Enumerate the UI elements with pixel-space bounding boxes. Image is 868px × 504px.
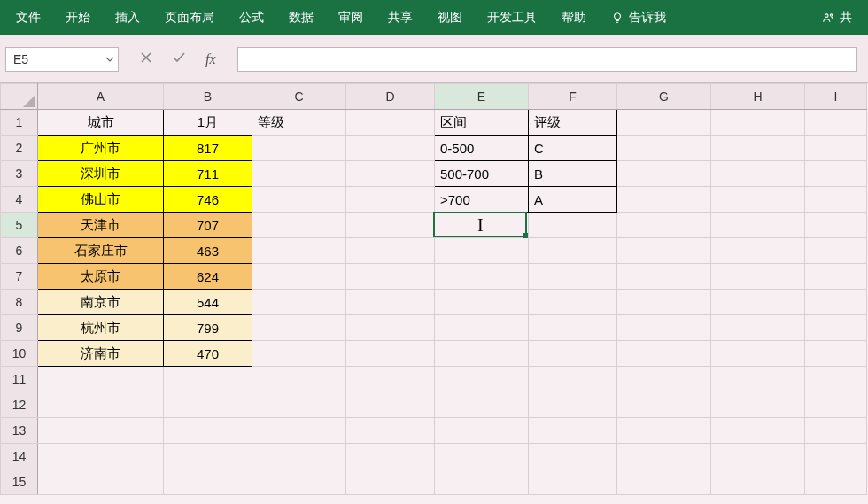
row-header-2[interactable]: 2 (1, 136, 38, 161)
cell-H7[interactable] (711, 264, 805, 290)
tab-file[interactable]: 文件 (4, 0, 53, 35)
cell-I10[interactable] (805, 341, 867, 367)
cell-F4[interactable]: A (529, 187, 617, 213)
cell-G13[interactable] (617, 418, 711, 444)
cell-C1[interactable]: 等级 (252, 110, 346, 136)
cell-E1[interactable]: 区间 (435, 110, 529, 136)
col-header-C[interactable]: C (252, 84, 346, 110)
cell-C4[interactable] (252, 187, 346, 213)
cell-F5[interactable] (529, 213, 617, 238)
cell-G5[interactable] (617, 213, 711, 238)
row-header-1[interactable]: 1 (1, 110, 38, 136)
cell-B6[interactable]: 463 (164, 238, 252, 264)
cell-E10[interactable] (435, 341, 529, 367)
row-header-5[interactable]: 5 (1, 213, 38, 238)
cell-B3[interactable]: 711 (164, 161, 252, 187)
cell-G12[interactable] (617, 392, 711, 418)
insert-function-button[interactable]: fx (205, 51, 216, 67)
cell-F2[interactable]: C (529, 136, 617, 161)
cell-G14[interactable] (617, 444, 711, 469)
cell-G7[interactable] (617, 264, 711, 290)
cell-C6[interactable] (252, 238, 346, 264)
row-header-3[interactable]: 3 (1, 161, 38, 187)
cell-I3[interactable] (805, 161, 867, 187)
cell-A2[interactable]: 广州市 (38, 136, 164, 161)
cell-D12[interactable] (346, 392, 435, 418)
cell-B7[interactable]: 624 (164, 264, 252, 290)
cell-D3[interactable] (346, 161, 435, 187)
cell-B9[interactable]: 799 (164, 315, 252, 341)
cell-B5[interactable]: 707 (164, 213, 252, 238)
cell-E15[interactable] (435, 469, 529, 495)
cell-D2[interactable] (346, 136, 435, 161)
cell-E7[interactable] (435, 264, 529, 290)
cell-B13[interactable] (164, 418, 252, 444)
cell-D15[interactable] (346, 469, 435, 495)
cell-A14[interactable] (38, 444, 164, 469)
row-header-9[interactable]: 9 (1, 315, 38, 341)
cell-B1[interactable]: 1月 (164, 110, 252, 136)
cell-H5[interactable] (711, 213, 805, 238)
tab-view[interactable]: 视图 (425, 0, 475, 35)
cell-I7[interactable] (805, 264, 867, 290)
cell-B15[interactable] (164, 469, 252, 495)
cell-F1[interactable]: 评级 (529, 110, 617, 136)
cell-D14[interactable] (346, 444, 435, 469)
cell-D13[interactable] (346, 418, 435, 444)
cell-A8[interactable]: 南京市 (38, 290, 164, 315)
cell-H9[interactable] (711, 315, 805, 341)
cell-F15[interactable] (529, 469, 617, 495)
cell-G3[interactable] (617, 161, 711, 187)
cell-B14[interactable] (164, 444, 252, 469)
cell-H14[interactable] (711, 444, 805, 469)
cell-G4[interactable] (617, 187, 711, 213)
cell-E8[interactable] (435, 290, 529, 315)
name-box-dropdown[interactable] (102, 48, 118, 71)
cell-G9[interactable] (617, 315, 711, 341)
row-header-8[interactable]: 8 (1, 290, 38, 315)
tab-data[interactable]: 数据 (276, 0, 326, 35)
cell-C11[interactable] (252, 367, 346, 392)
cell-A7[interactable]: 太原市 (38, 264, 164, 290)
cell-G11[interactable] (617, 367, 711, 392)
cell-A15[interactable] (38, 469, 164, 495)
cell-E3[interactable]: 500-700 (435, 161, 529, 187)
cell-H3[interactable] (711, 161, 805, 187)
cell-I4[interactable] (805, 187, 867, 213)
cell-C13[interactable] (252, 418, 346, 444)
cell-I15[interactable] (805, 469, 867, 495)
col-header-B[interactable]: B (164, 84, 252, 110)
cell-F14[interactable] (529, 444, 617, 469)
cell-E14[interactable] (435, 444, 529, 469)
cell-F12[interactable] (529, 392, 617, 418)
cell-D4[interactable] (346, 187, 435, 213)
cell-B11[interactable] (164, 367, 252, 392)
tellme-button[interactable]: 告诉我 (599, 0, 678, 35)
cell-A10[interactable]: 济南市 (38, 341, 164, 367)
col-header-D[interactable]: D (346, 84, 435, 110)
cell-D7[interactable] (346, 264, 435, 290)
cell-I8[interactable] (805, 290, 867, 315)
cell-F6[interactable] (529, 238, 617, 264)
cell-D6[interactable] (346, 238, 435, 264)
cell-G2[interactable] (617, 136, 711, 161)
cell-E5[interactable] (435, 213, 529, 238)
cell-I6[interactable] (805, 238, 867, 264)
cell-F7[interactable] (529, 264, 617, 290)
cell-E6[interactable] (435, 238, 529, 264)
cell-C5[interactable] (252, 213, 346, 238)
cell-H15[interactable] (711, 469, 805, 495)
tab-home[interactable]: 开始 (53, 0, 103, 35)
row-header-4[interactable]: 4 (1, 187, 38, 213)
cell-G6[interactable] (617, 238, 711, 264)
tab-review[interactable]: 审阅 (326, 0, 376, 35)
col-header-F[interactable]: F (529, 84, 617, 110)
cell-E13[interactable] (435, 418, 529, 444)
cell-A11[interactable] (38, 367, 164, 392)
tab-share[interactable]: 共享 (376, 0, 425, 35)
cell-I9[interactable] (805, 315, 867, 341)
tab-insert[interactable]: 插入 (103, 0, 152, 35)
formula-input[interactable] (237, 47, 857, 72)
cell-E4[interactable]: >700 (435, 187, 529, 213)
cell-I1[interactable] (805, 110, 867, 136)
